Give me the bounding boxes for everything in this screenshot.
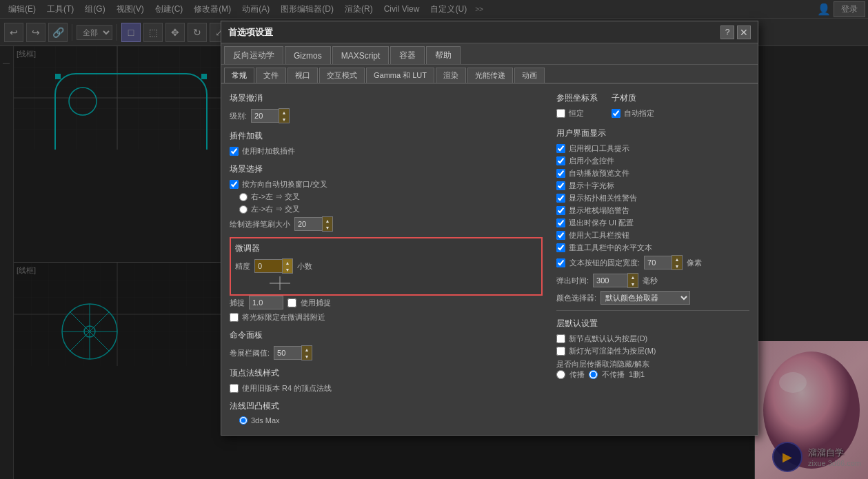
bump-3dsmax-radio[interactable] — [239, 416, 248, 425]
use-large-toolbar-cb[interactable] — [556, 231, 565, 240]
dialog-close-button[interactable]: ✕ — [737, 26, 751, 39]
bump-3dsmax-row: 3ds Max — [239, 416, 543, 425]
auto-play-preview-label: 自动播放预览文件 — [569, 168, 629, 179]
dialog-content: 场景撤消 级别: ▲ ▼ 插件加载 使用时加载插件 — [221, 84, 758, 435]
popup-time-unit: 毫秒 — [643, 276, 658, 286]
fixed-width-down[interactable]: ▼ — [672, 263, 682, 269]
auto-play-preview-cb[interactable] — [556, 169, 565, 178]
enable-small-box-cb[interactable] — [556, 156, 565, 165]
plugin-load-label: 使用时加载插件 — [242, 146, 295, 156]
precision-up[interactable]: ▲ — [283, 259, 292, 266]
use-old-vertex-checkbox[interactable] — [230, 384, 239, 393]
enable-viewport-hint-label: 启用视口工具提示 — [569, 143, 629, 154]
decimal-label: 小数 — [297, 261, 312, 272]
cursor-svg — [270, 276, 290, 290]
tab-viewport[interactable]: 视口 — [287, 68, 318, 83]
fixed-width-input[interactable] — [644, 256, 672, 269]
brush-size-arrows: ▲ ▼ — [322, 216, 333, 232]
vertical-toolbar-text-cb[interactable] — [556, 243, 565, 252]
brush-down[interactable]: ▼ — [323, 224, 332, 231]
popup-time-label: 弹出时间: — [556, 276, 589, 286]
popup-time-row: 弹出时间: ▲ ▼ 毫秒 — [556, 273, 749, 288]
use-large-toolbar-row: 使用大工具栏按钮 — [556, 230, 749, 241]
show-stack-warn-cb[interactable] — [556, 206, 565, 215]
enable-viewport-hint-cb[interactable] — [556, 144, 565, 153]
rollout-label: 卷展栏阈值: — [230, 348, 270, 358]
precision-input[interactable] — [254, 259, 282, 273]
show-topology-warn-cb[interactable] — [556, 194, 565, 203]
new-lights-layer-cb[interactable] — [556, 347, 565, 356]
tab-container[interactable]: 容器 — [390, 46, 425, 64]
level-input[interactable] — [251, 109, 279, 123]
plugin-load-checkbox[interactable] — [230, 147, 239, 156]
show-stack-warn-label: 显示堆栈塌陷警告 — [569, 205, 629, 216]
auto-assign-label: 自动指定 — [624, 108, 654, 119]
auto-switch-checkbox[interactable] — [230, 180, 239, 189]
precision-row: 精度 ▲ ▼ 小数 — [235, 258, 537, 274]
level-up-arrow[interactable]: ▲ — [279, 109, 289, 116]
brush-size-label: 绘制选择笔刷大小 — [230, 219, 290, 230]
dialog-title-bar: 首选项设置 ? ✕ — [221, 21, 758, 43]
sub-material-section: 子材质 自动指定 — [612, 92, 654, 121]
rollout-up[interactable]: ▲ — [302, 346, 312, 353]
propagate-row: 传播 不传播 1删1 — [556, 369, 749, 380]
show-crosshair-cb[interactable] — [556, 181, 565, 190]
save-ui-on-exit-row: 退出时保存 UI 配置 — [556, 218, 749, 228]
auto-assign-row: 自动指定 — [612, 108, 654, 119]
divider1 — [556, 310, 749, 311]
precision-label: 精度 — [235, 261, 250, 272]
level-down-arrow[interactable]: ▼ — [279, 116, 289, 123]
command-panel-title: 命令面板 — [230, 329, 543, 341]
popup-time-arrows: ▲ ▼ — [627, 273, 638, 288]
dialog-help-button[interactable]: ? — [720, 26, 734, 39]
fixed-width-label: 文本按钮的固定宽度: — [569, 258, 640, 268]
save-ui-on-exit-cb[interactable] — [556, 218, 565, 227]
snap-input[interactable] — [249, 296, 283, 309]
use-large-toolbar-label: 使用大工具栏按钮 — [569, 230, 629, 241]
brush-size-input[interactable] — [294, 217, 322, 231]
constant-label: 恒定 — [569, 108, 584, 119]
use-snap-checkbox[interactable] — [287, 298, 296, 307]
fixed-width-cb[interactable] — [556, 258, 565, 267]
propagate-yes-label: 传播 — [569, 369, 585, 380]
sub-material-title: 子材质 — [612, 92, 654, 104]
popup-time-down[interactable]: ▼ — [628, 281, 638, 287]
tab-gamma-lut[interactable]: Gamma 和 LUT — [366, 68, 434, 83]
tab-render[interactable]: 渲染 — [436, 68, 466, 83]
layer-defaults-title: 层默认设置 — [556, 318, 749, 329]
tab-inverse-kinematics[interactable]: 反向运动学 — [224, 46, 283, 64]
auto-assign-checkbox[interactable] — [612, 109, 620, 118]
no-propagate-label: 不传播 — [602, 369, 625, 380]
propagate-radio[interactable] — [556, 370, 565, 379]
brush-up[interactable]: ▲ — [323, 217, 332, 224]
tab-help[interactable]: 帮助 — [426, 46, 461, 64]
fixed-width-up[interactable]: ▲ — [672, 256, 682, 263]
popup-time-up[interactable]: ▲ — [628, 274, 638, 281]
tab-file[interactable]: 文件 — [256, 68, 286, 83]
tab-general[interactable]: 常规 — [224, 68, 254, 83]
tab-maxscript[interactable]: MAXScript — [332, 46, 390, 64]
tab-gizmos[interactable]: Gizmos — [285, 46, 331, 64]
rollout-input[interactable] — [274, 346, 301, 360]
popup-time-input[interactable] — [593, 274, 627, 287]
color-picker-select[interactable]: 默认颜色拾取器 — [600, 291, 690, 305]
level-arrows: ▲ ▼ — [279, 108, 290, 123]
rollout-down[interactable]: ▼ — [302, 353, 312, 360]
limit-cursor-checkbox[interactable] — [230, 313, 239, 322]
tab-radiosity[interactable]: 光能传递 — [467, 68, 513, 83]
enable-small-box-row: 启用小盒控件 — [556, 156, 749, 166]
new-nodes-layer-cb[interactable] — [556, 334, 565, 343]
tab-animation[interactable]: 动画 — [514, 68, 545, 83]
propagate-section: 是否向层传播取消隐藏/解东 — [556, 359, 749, 369]
fixed-width-arrows: ▲ ▼ — [672, 255, 683, 270]
right-to-left-radio[interactable] — [239, 193, 248, 201]
dialog-right-column: 参照坐标系 恒定 子材质 自动指定 — [556, 92, 749, 427]
left-to-right-radio[interactable] — [239, 205, 248, 214]
brush-size-spinbox: ▲ ▼ — [294, 216, 333, 232]
tab-interaction[interactable]: 交互模式 — [319, 68, 365, 83]
precision-down[interactable]: ▼ — [283, 266, 292, 273]
no-propagate-radio[interactable] — [589, 370, 598, 379]
modal-overlay: 首选项设置 ? ✕ 反向运动学 Gizmos MAXScript 容器 帮助 常… — [0, 0, 868, 479]
limit-cursor-row: 将光标限定在微调器附近 — [230, 312, 543, 323]
constant-checkbox[interactable] — [556, 109, 565, 118]
